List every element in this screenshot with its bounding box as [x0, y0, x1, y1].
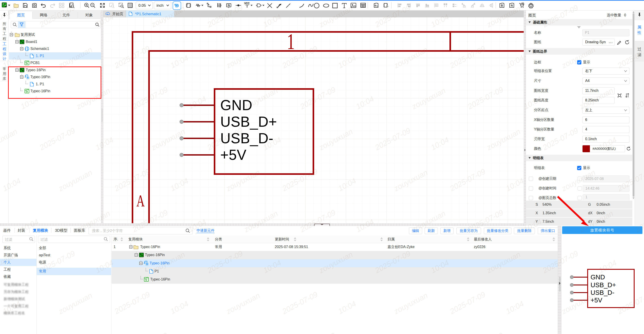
svg-text:N: N — [511, 4, 513, 7]
svg-text:B: B — [501, 4, 503, 7]
svg-text:1↓: 1↓ — [386, 5, 389, 8]
svg-text:1↓: 1↓ — [376, 5, 379, 7]
svg-text:N: N — [228, 4, 230, 7]
